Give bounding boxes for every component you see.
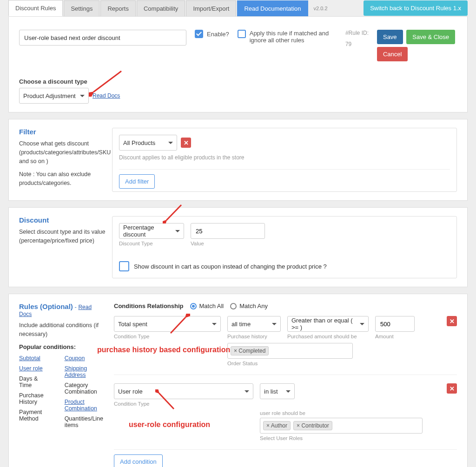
cond1-history-select[interactable]: all time	[227, 316, 281, 332]
filter-product-select[interactable]: All Products	[119, 135, 177, 151]
tab-discount-rules[interactable]: Discount Rules	[8, 0, 63, 16]
cond2-operator-select[interactable]: in list	[260, 383, 295, 399]
cond1-order-status-tags[interactable]: × Completed	[227, 343, 353, 359]
switch-back-button[interactable]: Switch back to Discount Rules 1.x	[364, 0, 468, 16]
cond1-history-label: Purchase history	[227, 334, 281, 339]
filter-title: Filter	[19, 128, 106, 136]
discount-type-value: Product Adjustment	[23, 92, 76, 99]
discount-type-method-select[interactable]: Percentage discount	[119, 223, 184, 239]
match-all-label: Match All	[199, 303, 224, 309]
show-coupon-checkbox[interactable]	[119, 261, 129, 271]
save-button[interactable]: Save	[377, 30, 403, 44]
rule-name-input[interactable]	[19, 30, 186, 46]
cond-link-product-combination[interactable]: Product Combination	[65, 399, 97, 412]
read-docs-link[interactable]: Read Docs	[93, 92, 120, 99]
cond-link-subtotal[interactable]: Subtotal	[19, 355, 40, 362]
cond2-user-roles-tags[interactable]: × Author × Contributor	[260, 418, 423, 434]
chevron-down-icon	[80, 95, 85, 97]
chevron-down-icon	[272, 323, 277, 325]
cond2-select-roles-label: Select User Roles	[260, 435, 457, 441]
filter-note: Note : You can also exclude products/cat…	[19, 170, 106, 188]
match-all-radio[interactable]	[190, 303, 197, 309]
cancel-button[interactable]: Cancel	[377, 47, 408, 61]
tab-import-export[interactable]: Import/Export	[186, 0, 236, 16]
rule-id-label: #Rule ID:	[345, 30, 369, 36]
tag-author[interactable]: × Author	[263, 421, 291, 430]
cond1-operator-value: Greater than or equal ( >= )	[291, 317, 356, 331]
cond2-role-label: user role should be	[260, 410, 457, 416]
chevron-down-icon	[360, 323, 364, 325]
filter-card: Filter Choose what gets discount (produc…	[8, 119, 468, 201]
cond1-operator-select[interactable]: Greater than or equal ( >= )	[287, 316, 369, 332]
add-filter-button[interactable]: Add filter	[119, 174, 155, 189]
enable-label: Enable?	[207, 31, 229, 38]
cond1-history-value: all time	[231, 321, 251, 328]
version-label: v2.0.2	[314, 6, 328, 11]
popular-conditions-label: Popular conditions:	[19, 343, 106, 350]
cond-text-purchase-history: Purchase History	[19, 392, 51, 405]
chevron-down-icon	[245, 390, 249, 393]
rules-title: Rules (Optional)	[19, 303, 73, 310]
cond-text-quantities-line-items: Quantities/Line items	[65, 415, 106, 428]
cond1-amount-input[interactable]	[375, 316, 415, 332]
cond1-type-value: Total spent	[118, 321, 147, 328]
cond1-delete-button[interactable]: ✕	[447, 316, 457, 326]
match-any-label: Match Any	[239, 303, 268, 309]
tag-completed[interactable]: × Completed	[231, 346, 269, 355]
tag-contributor[interactable]: × Contributor	[293, 421, 332, 430]
filter-hint: Discount applies to all eligible product…	[119, 154, 450, 161]
chevron-down-icon	[168, 142, 173, 144]
cond2-operator-value: in list	[264, 388, 278, 395]
tab-settings[interactable]: Settings	[64, 0, 99, 16]
tab-documentation[interactable]: Read Documentation	[237, 0, 308, 16]
discount-value-sublabel: Value	[191, 241, 265, 246]
discount-type-method-value: Percentage discount	[123, 224, 172, 238]
show-coupon-label: Show discount in cart as coupon instead …	[134, 263, 327, 270]
cond-text-days-time: Days & Time	[19, 375, 51, 388]
discount-type-select[interactable]: Product Adjustment	[19, 88, 89, 104]
cond-link-shipping-address[interactable]: Shipping Address	[65, 365, 87, 378]
save-close-button[interactable]: Save & Close	[406, 30, 455, 44]
tab-reports[interactable]: Reports	[100, 0, 136, 16]
filter-product-value: All Products	[123, 139, 155, 146]
cond1-amount-label: Amount	[375, 334, 415, 339]
add-condition-button[interactable]: Add condition	[114, 454, 163, 467]
cond2-type-value: User role	[118, 388, 143, 395]
cond1-order-status-label: Order Status	[227, 361, 457, 366]
discount-desc: Select discount type and its value (perc…	[19, 228, 106, 245]
discount-card: Discount Select discount type and its va…	[8, 207, 468, 287]
rules-desc: Include additional conditions (if necess…	[19, 321, 106, 339]
cond-link-user-role[interactable]: User role	[19, 365, 43, 372]
discount-value-input[interactable]	[191, 223, 265, 239]
conditions-relationship-label: Conditions Relationship	[114, 303, 184, 309]
enable-checkbox[interactable]	[195, 30, 203, 38]
tab-compatibility[interactable]: Compatibility	[137, 0, 185, 16]
discount-title: Discount	[19, 216, 106, 224]
match-any-radio[interactable]	[230, 303, 237, 309]
rule-header-card: Enable? Apply this rule if matched and i…	[8, 16, 468, 112]
cond2-delete-button[interactable]: ✕	[447, 383, 457, 394]
cond2-type-label: Condition Type	[114, 401, 253, 407]
cond-link-coupon[interactable]: Coupon	[65, 355, 85, 362]
cond-text-payment-method: Payment Method	[19, 409, 51, 422]
discount-type-label: Choose a discount type	[19, 78, 457, 85]
rules-card: Rules (Optional) - Read Docs Include add…	[8, 294, 468, 467]
tab-bar: Discount Rules Settings Reports Compatib…	[0, 0, 476, 16]
cond2-type-select[interactable]: User role	[114, 383, 253, 399]
discount-type-sublabel: Discount Type	[119, 241, 184, 246]
ignore-others-checkbox[interactable]	[238, 30, 246, 38]
ignore-others-label: Apply this rule if matched and ignore al…	[250, 30, 331, 44]
cond1-type-select[interactable]: Total spent	[114, 316, 221, 332]
rule-id-value: 79	[345, 41, 369, 47]
chevron-down-icon	[286, 390, 291, 393]
chevron-down-icon	[212, 323, 217, 325]
filter-desc: Choose what gets discount (products/cate…	[19, 139, 106, 165]
cond-text-category-combination: Category Combination	[65, 382, 106, 395]
cond1-type-label: Condition Type	[114, 334, 221, 339]
filter-delete-button[interactable]: ✕	[181, 138, 191, 148]
chevron-down-icon	[175, 230, 180, 232]
cond1-operator-label: Purchased amount should be	[287, 334, 369, 339]
svg-line-1	[166, 205, 181, 220]
